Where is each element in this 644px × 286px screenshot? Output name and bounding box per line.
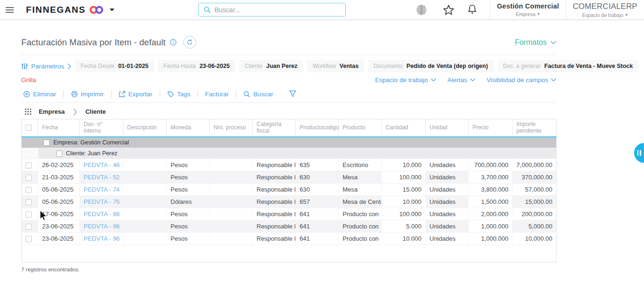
global-search[interactable] <box>198 3 346 17</box>
infinity-logo-icon <box>89 5 104 15</box>
cell-nro-proceso <box>210 159 253 171</box>
cell-doc-link[interactable]: PEDVTA - 46 <box>80 159 123 171</box>
cell-doc-link[interactable]: PEDVTA - 96 <box>80 220 123 232</box>
workspace-selector[interactable]: COMERCIALERP Espacio de trabajo <box>566 2 644 18</box>
param-value: Juan Perez <box>266 63 297 69</box>
cell-unidad: Unidades <box>426 232 469 244</box>
col-productocodigo[interactable]: Productocodigo <box>296 119 339 137</box>
button-label: Eliminar <box>33 91 56 98</box>
param-value: Pedido de Venta (dep origen) <box>406 63 488 69</box>
cell-doc-link[interactable]: PEDVTA - 96 <box>80 232 123 244</box>
cell-importe-pendiente: 15,000.00 <box>513 195 557 208</box>
search-input[interactable] <box>215 6 341 14</box>
tab-grilla[interactable]: Grilla <box>21 76 36 84</box>
hamburger-menu-icon[interactable] <box>6 7 14 13</box>
refresh-button[interactable] <box>183 36 196 49</box>
col-nro-proceso[interactable]: Nro. proceso <box>210 119 253 137</box>
cell-fecha: 17-06-2025 <box>38 208 80 220</box>
col-moneda[interactable]: Moneda <box>167 119 210 137</box>
cell-unidad: Unidades <box>426 183 469 195</box>
delete-button[interactable]: Eliminar <box>22 91 63 98</box>
cell-producto: Producto con <box>339 208 382 220</box>
link-label: Espacio de trabajo <box>375 76 428 84</box>
col-categoria-fiscal[interactable]: Categoría fiscal <box>253 119 296 137</box>
cell-doc-link[interactable]: PEDVTA - 75 <box>80 195 123 208</box>
export-button[interactable]: Exportar <box>112 91 160 98</box>
app-logo[interactable]: FINNEGANS <box>26 5 114 15</box>
cell-moneda: Pesos <box>167 183 210 195</box>
param-documento[interactable]: DocumentoPedido de Venta (dep origen) <box>368 60 494 72</box>
company-selector[interactable]: Gestión Comercial Empresa <box>490 2 566 17</box>
table-row: 05-06-2025 PEDVTA - 74 Pesos Responsable… <box>22 183 557 195</box>
col-precio[interactable]: Precio <box>469 119 513 137</box>
cell-doc-link[interactable]: PEDVTA - 88 <box>80 208 123 220</box>
group-row-spacer <box>22 148 38 159</box>
group-checkbox[interactable] <box>43 140 50 146</box>
favorite-star-icon[interactable] <box>443 4 455 16</box>
select-all-checkbox[interactable] <box>26 125 32 131</box>
cell-descripcion <box>123 159 167 171</box>
cell-moneda: Pesos <box>167 220 210 232</box>
param-workflow[interactable]: WorkflowVentas <box>307 60 364 72</box>
formats-dropdown[interactable]: Formatos <box>515 38 556 47</box>
search-button[interactable]: Buscar <box>236 91 280 98</box>
cell-precio: 1,000.000 <box>469 232 513 244</box>
row-checkbox[interactable] <box>26 162 32 168</box>
search-icon <box>243 91 250 98</box>
cell-descripcion <box>123 183 167 195</box>
grid-grouping-icon[interactable] <box>25 109 31 115</box>
row-checkbox[interactable] <box>26 211 32 218</box>
row-checkbox[interactable] <box>26 199 32 205</box>
cell-categoria-fiscal: Responsable I <box>253 159 296 171</box>
workspace-view-dropdown[interactable]: Espacio de trabajo <box>375 76 436 84</box>
logo-caret-icon[interactable] <box>110 8 114 11</box>
side-panel-toggle[interactable] <box>634 143 644 163</box>
cell-doc-link[interactable]: PEDVTA - 74 <box>80 183 123 195</box>
cell-moneda: Pesos <box>167 208 210 220</box>
table-row: 05-06-2025 PEDVTA - 75 Dólares Responsab… <box>22 195 557 208</box>
cell-moneda: Dólares <box>167 195 210 208</box>
cell-descripcion <box>123 195 167 208</box>
chevron-down-icon <box>625 14 628 16</box>
col-importe-pendiente[interactable]: Importe pendiente <box>513 119 557 137</box>
filter-funnel-icon[interactable] <box>289 90 297 98</box>
print-icon <box>71 91 78 98</box>
table-row: 21-03-2025 PEDVTA - 52 Pesos Responsable… <box>22 171 557 183</box>
cell-doc-link[interactable]: PEDVTA - 52 <box>80 171 123 183</box>
col-fecha[interactable]: Fecha <box>38 119 80 137</box>
row-checkbox[interactable] <box>26 236 32 242</box>
param-fecha-desde[interactable]: Fecha Desde01-01-2025 <box>75 60 154 72</box>
tags-button[interactable]: Tags <box>160 91 198 98</box>
group-field-empresa[interactable]: Empresa <box>39 108 65 115</box>
group-checkbox[interactable] <box>56 151 62 157</box>
param-value: Factura de Venta - Mueve Stock <box>544 63 633 69</box>
param-fecha-hasta[interactable]: Fecha Hasta23-06-2025 <box>158 60 235 72</box>
cell-precio: 1,000.000 <box>469 220 513 232</box>
col-unidad[interactable]: Unidad <box>426 119 469 137</box>
group-field-cliente[interactable]: Cliente <box>86 108 106 115</box>
notifications-bell-icon[interactable] <box>467 4 478 16</box>
invoice-button[interactable]: Facturar <box>198 91 236 98</box>
cell-categoria-fiscal: Responsable I <box>253 232 296 244</box>
sphere-icon[interactable] <box>414 3 429 17</box>
col-producto[interactable]: Producto <box>339 119 382 137</box>
cell-productocodigo: 641 <box>296 208 339 220</box>
param-value: Ventas <box>340 63 359 69</box>
print-button[interactable]: Imprimir <box>64 91 111 98</box>
cell-importe-pendiente: 10,000.00 <box>513 232 557 244</box>
cell-fecha: 05-06-2025 <box>38 195 80 208</box>
records-count: 7 registros encontrados. <box>21 267 556 272</box>
alerts-dropdown[interactable]: Alertas <box>447 76 475 84</box>
parameters-toggle[interactable]: Parámetros <box>21 63 71 70</box>
col-cantidad[interactable]: Cantidad <box>382 119 426 137</box>
field-visibility-dropdown[interactable]: Visibilidad de campos <box>487 76 556 84</box>
workspace-name: COMERCIALERP <box>573 2 637 11</box>
param-doc-a-generar[interactable]: Doc. a generarFactura de Venta - Mueve S… <box>498 60 639 72</box>
param-cliente[interactable]: ClienteJuan Perez <box>239 60 303 72</box>
row-checkbox[interactable] <box>26 187 32 193</box>
info-icon[interactable] <box>170 39 177 46</box>
col-descripcion[interactable]: Descripción <box>123 119 167 137</box>
row-checkbox[interactable] <box>26 175 32 181</box>
row-checkbox[interactable] <box>26 224 32 230</box>
col-doc-interno[interactable]: Doc- n° interno <box>80 119 123 137</box>
